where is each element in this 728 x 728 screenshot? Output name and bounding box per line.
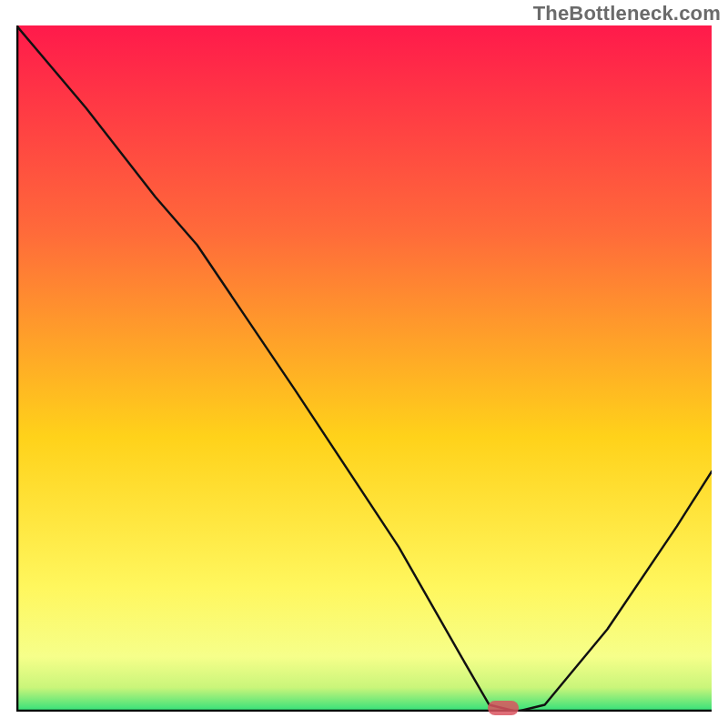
gradient-rect <box>16 25 712 712</box>
chart-frame: TheBottleneck.com <box>0 0 728 728</box>
watermark-label: TheBottleneck.com <box>533 2 721 25</box>
plot-area <box>16 25 712 712</box>
optimum-marker <box>488 701 519 715</box>
plot-svg <box>16 25 712 712</box>
